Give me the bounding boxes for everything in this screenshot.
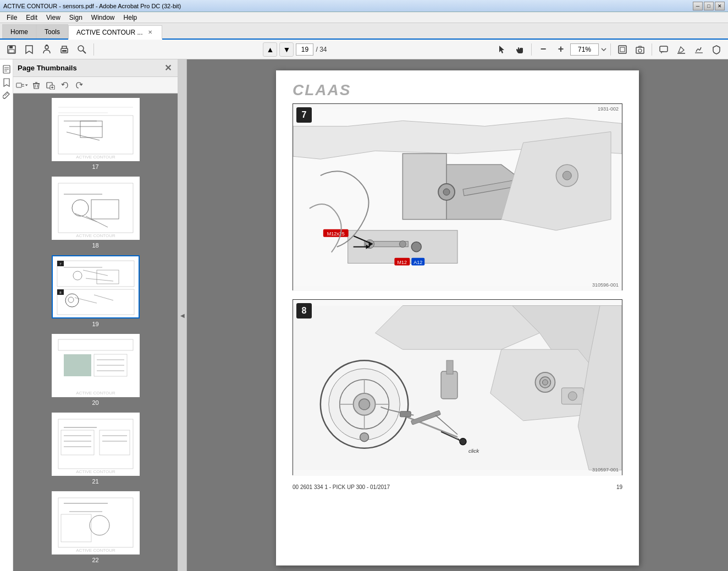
maximize-button[interactable]: □ [704,2,714,10]
zoom-out-button[interactable]: − [535,42,551,57]
tab-home[interactable]: Home [2,24,36,39]
figure-7-number: 7 [296,107,312,123]
bookmark-button[interactable] [21,42,37,57]
fit-button[interactable] [614,42,631,57]
menu-bar: File Edit View Sign Window Help [0,12,728,23]
menu-file[interactable]: File [2,13,21,23]
brand-logo: CLAAS [293,81,622,99]
svg-rect-58 [58,339,133,350]
protect-button[interactable] [708,42,725,57]
thumb-label-17: 17 [92,163,98,170]
menu-view[interactable]: View [42,13,65,23]
thumbnail-18[interactable]: ACTIVE CONTOUR 18 [18,177,173,249]
search-button[interactable] [74,42,90,57]
pdf-area[interactable]: CLAAS 7 1931-002 [187,59,728,571]
attachment-icon[interactable] [1,90,12,101]
highlight-button[interactable] [673,42,690,57]
thumbnail-19[interactable]: 7 8 [18,255,173,327]
menu-edit[interactable]: Edit [21,13,42,23]
svg-point-114 [562,171,571,180]
svg-point-83 [443,189,450,195]
footer-left: 00 2601 334 1 - PICK UP 300 - 01/2017 [293,484,390,490]
svg-line-39 [75,213,97,222]
svg-rect-9 [620,47,625,52]
delete-page-button[interactable] [30,79,43,92]
close-window-button[interactable]: ✕ [715,2,725,10]
sign-button[interactable] [691,42,707,57]
pages-panel-icon[interactable] [1,64,12,75]
snapshot-button[interactable] [632,42,648,57]
rotate-cw-button[interactable] [73,79,86,92]
svg-point-54 [65,294,79,307]
tab-tools[interactable]: Tools [36,24,68,39]
thumbnail-20[interactable]: ACTIVE CONTOUR 20 [18,334,173,406]
thumbnail-21[interactable]: ACTIVE CONTOUR 21 [18,413,173,485]
tab-bar: Home Tools ACTIVE CONTOUR ... ✕ [0,23,728,40]
share-button[interactable] [38,42,55,57]
svg-text:ACTIVE CONTOUR: ACTIVE CONTOUR [76,155,115,160]
svg-rect-51 [57,289,134,315]
sidebar-header: Page Thumbnails ✕ [13,59,178,77]
svg-point-102 [411,242,421,252]
title-bar: ACTIVE CONTOUR - sensors.pdf - Adobe Acr… [0,0,728,12]
svg-point-124 [360,433,369,442]
hand-tool-button[interactable] [511,42,528,57]
svg-text:M12x25: M12x25 [327,231,345,237]
thumb-img-19: 7 8 [52,255,140,319]
save-button[interactable] [3,42,20,57]
minimize-button[interactable]: ─ [693,2,703,10]
thumb-img-20: ACTIVE CONTOUR [52,334,140,397]
tab-document[interactable]: ACTIVE CONTOUR ... ✕ [68,25,162,40]
tab-close-button[interactable]: ✕ [146,29,154,36]
menu-help[interactable]: Help [119,13,142,23]
rotate-ccw-button[interactable] [58,79,71,92]
svg-text:click: click [468,448,479,454]
footer-right: 19 [616,484,622,490]
tab-home-label: Home [10,28,28,36]
svg-rect-71 [100,430,130,455]
svg-rect-12 [660,46,668,52]
svg-line-33 [67,132,100,140]
menu-window[interactable]: Window [87,13,119,23]
thumbnail-17[interactable]: ACTIVE CONTOUR 17 [18,98,173,170]
tab-document-label: ACTIVE CONTOUR ... [76,29,142,36]
thumbnail-22[interactable]: ACTIVE CONTOUR 22 [18,491,173,563]
page-up-button[interactable]: ▲ [263,42,277,57]
bookmark-panel-icon[interactable] [1,77,12,88]
svg-rect-1 [9,46,13,48]
svg-rect-78 [61,514,91,542]
thumb-label-20: 20 [92,399,98,406]
svg-text:ACTIVE CONTOUR: ACTIVE CONTOUR [76,233,115,238]
svg-rect-65 [58,419,133,469]
toolbar-separator-2 [531,43,532,56]
comment-button[interactable] [655,42,672,57]
svg-point-6 [78,46,84,51]
svg-rect-75 [58,498,133,547]
cursor-tool-button[interactable] [494,42,510,57]
zoom-level-input[interactable] [570,43,599,56]
svg-point-119 [359,399,370,410]
svg-rect-126 [446,360,453,374]
thumb-label-22: 22 [92,557,98,563]
menu-sign[interactable]: Sign [65,13,87,23]
svg-rect-59 [64,354,91,376]
thumb-label-18: 18 [92,242,98,249]
svg-point-129 [460,438,466,445]
toolbar-separator-1 [93,43,94,56]
print-button[interactable] [56,42,73,57]
pdf-page: CLAAS 7 1931-002 [276,70,639,565]
toolbar-separator-3 [610,43,611,56]
insert-page-button[interactable] [44,79,57,92]
sidebar-close-button[interactable]: ✕ [162,63,173,74]
thumbnails-list[interactable]: ACTIVE CONTOUR 17 ACTIVE CONTOUR [13,94,178,571]
page-number-input[interactable] [296,43,313,56]
figure-8: 8 [293,299,622,475]
svg-text:ACTIVE CONTOUR: ACTIVE CONTOUR [76,469,115,474]
svg-text:M12: M12 [398,260,407,265]
figure-7-caption: 310596-001 [592,282,619,288]
sidebar-options-button[interactable] [15,79,29,92]
page-down-button[interactable]: ▼ [279,42,294,57]
zoom-in-button[interactable]: + [553,42,569,57]
sidebar-collapse-bar[interactable]: ◀ [178,59,187,571]
zoom-dropdown-icon[interactable] [600,45,607,54]
